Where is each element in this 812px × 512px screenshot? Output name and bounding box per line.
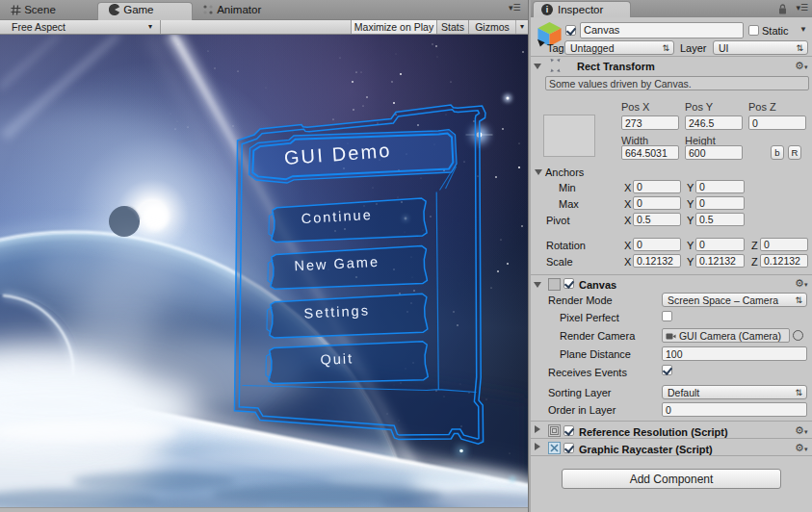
svg-text:Quit: Quit <box>320 350 354 367</box>
svg-text:Settings: Settings <box>303 302 370 320</box>
